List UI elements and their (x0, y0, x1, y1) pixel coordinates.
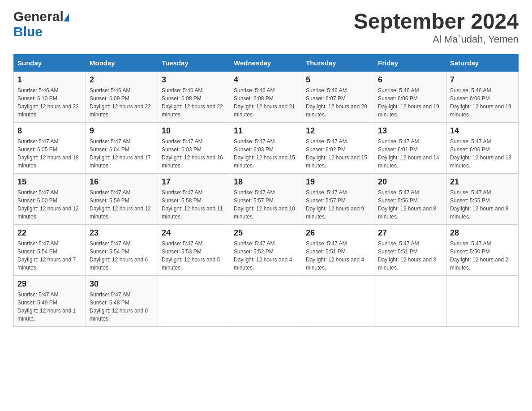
calendar-day-cell: 15Sunrise: 5:47 AMSunset: 6:00 PMDayligh… (14, 174, 86, 225)
calendar-day-cell: 21Sunrise: 5:47 AMSunset: 5:55 PMDayligh… (446, 174, 519, 225)
day-number: 12 (306, 126, 370, 136)
day-number: 19 (306, 177, 370, 187)
day-number: 11 (234, 126, 298, 136)
day-number: 7 (450, 75, 515, 85)
day-info: Sunrise: 5:47 AMSunset: 5:54 PMDaylight:… (17, 240, 82, 272)
day-number: 17 (162, 177, 226, 187)
calendar-title: September 2024 (354, 9, 519, 34)
day-number: 3 (162, 75, 226, 85)
day-number: 20 (378, 177, 442, 187)
day-info: Sunrise: 5:47 AMSunset: 5:48 PMDaylight:… (90, 291, 154, 323)
day-number: 10 (162, 126, 226, 136)
day-number: 28 (450, 228, 515, 238)
day-of-week-header: Wednesday (230, 55, 302, 72)
calendar-table: SundayMondayTuesdayWednesdayThursdayFrid… (13, 54, 519, 327)
calendar-day-cell: 9Sunrise: 5:47 AMSunset: 6:04 PMDaylight… (86, 123, 158, 174)
day-number: 9 (90, 126, 154, 136)
logo-general-text: General (13, 9, 64, 24)
day-info: Sunrise: 5:47 AMSunset: 6:03 PMDaylight:… (234, 137, 298, 170)
calendar-subtitle: Al Ma`udah, Yemen (354, 34, 519, 45)
day-info: Sunrise: 5:47 AMSunset: 5:59 PMDaylight:… (90, 188, 154, 221)
calendar-day-cell: 23Sunrise: 5:47 AMSunset: 5:54 PMDayligh… (86, 225, 158, 276)
calendar-week-row: 15Sunrise: 5:47 AMSunset: 6:00 PMDayligh… (14, 174, 519, 225)
day-info: Sunrise: 5:46 AMSunset: 6:07 PMDaylight:… (306, 86, 370, 119)
day-info: Sunrise: 5:47 AMSunset: 6:02 PMDaylight:… (306, 137, 370, 170)
title-section: September 2024 Al Ma`udah, Yemen (354, 9, 519, 45)
calendar-day-cell: 29Sunrise: 5:47 AMSunset: 5:49 PMDayligh… (14, 276, 86, 327)
calendar-day-cell: 19Sunrise: 5:47 AMSunset: 5:57 PMDayligh… (302, 174, 374, 225)
calendar-day-cell: 4Sunrise: 5:46 AMSunset: 6:08 PMDaylight… (230, 72, 302, 123)
day-info: Sunrise: 5:47 AMSunset: 5:56 PMDaylight:… (378, 188, 442, 221)
calendar-day-cell: 22Sunrise: 5:47 AMSunset: 5:54 PMDayligh… (14, 225, 86, 276)
day-info: Sunrise: 5:47 AMSunset: 5:50 PMDaylight:… (450, 240, 515, 272)
day-info: Sunrise: 5:46 AMSunset: 6:06 PMDaylight:… (450, 86, 515, 119)
day-number: 14 (450, 126, 515, 136)
calendar-day-cell: 14Sunrise: 5:47 AMSunset: 6:00 PMDayligh… (446, 123, 519, 174)
calendar-week-row: 29Sunrise: 5:47 AMSunset: 5:49 PMDayligh… (14, 276, 519, 327)
calendar-week-row: 8Sunrise: 5:47 AMSunset: 6:05 PMDaylight… (14, 123, 519, 174)
page-header: General Blue September 2024 Al Ma`udah, … (13, 9, 519, 45)
day-number: 21 (450, 177, 515, 187)
calendar-week-row: 22Sunrise: 5:47 AMSunset: 5:54 PMDayligh… (14, 225, 519, 276)
calendar-day-cell: 6Sunrise: 5:46 AMSunset: 6:06 PMDaylight… (374, 72, 446, 123)
day-number: 4 (234, 75, 298, 85)
day-info: Sunrise: 5:47 AMSunset: 5:51 PMDaylight:… (378, 240, 442, 272)
day-of-week-header: Thursday (302, 55, 374, 72)
day-number: 22 (17, 228, 82, 238)
day-info: Sunrise: 5:47 AMSunset: 6:00 PMDaylight:… (17, 188, 82, 221)
calendar-day-cell (302, 276, 374, 327)
day-number: 30 (90, 279, 154, 289)
calendar-day-cell: 11Sunrise: 5:47 AMSunset: 6:03 PMDayligh… (230, 123, 302, 174)
day-of-week-header: Tuesday (158, 55, 230, 72)
calendar-day-cell: 17Sunrise: 5:47 AMSunset: 5:58 PMDayligh… (158, 174, 230, 225)
day-info: Sunrise: 5:47 AMSunset: 6:04 PMDaylight:… (90, 137, 154, 170)
day-number: 6 (378, 75, 442, 85)
calendar-day-cell: 13Sunrise: 5:47 AMSunset: 6:01 PMDayligh… (374, 123, 446, 174)
day-number: 18 (234, 177, 298, 187)
calendar-day-cell: 20Sunrise: 5:47 AMSunset: 5:56 PMDayligh… (374, 174, 446, 225)
calendar-header-row: SundayMondayTuesdayWednesdayThursdayFrid… (14, 55, 519, 72)
day-info: Sunrise: 5:47 AMSunset: 5:51 PMDaylight:… (306, 240, 370, 272)
day-number: 5 (306, 75, 370, 85)
calendar-day-cell: 12Sunrise: 5:47 AMSunset: 6:02 PMDayligh… (302, 123, 374, 174)
day-info: Sunrise: 5:47 AMSunset: 5:54 PMDaylight:… (90, 240, 154, 272)
calendar-day-cell: 2Sunrise: 5:46 AMSunset: 6:09 PMDaylight… (86, 72, 158, 123)
calendar-day-cell: 26Sunrise: 5:47 AMSunset: 5:51 PMDayligh… (302, 225, 374, 276)
logo-arrow-icon (64, 13, 69, 21)
day-info: Sunrise: 5:46 AMSunset: 6:10 PMDaylight:… (17, 86, 82, 119)
day-info: Sunrise: 5:47 AMSunset: 5:57 PMDaylight:… (306, 188, 370, 221)
day-number: 1 (17, 75, 82, 85)
calendar-day-cell: 7Sunrise: 5:46 AMSunset: 6:06 PMDaylight… (446, 72, 519, 123)
day-info: Sunrise: 5:47 AMSunset: 6:01 PMDaylight:… (378, 137, 442, 170)
calendar-day-cell: 27Sunrise: 5:47 AMSunset: 5:51 PMDayligh… (374, 225, 446, 276)
day-info: Sunrise: 5:47 AMSunset: 5:53 PMDaylight:… (162, 240, 226, 272)
day-number: 27 (378, 228, 442, 238)
day-info: Sunrise: 5:47 AMSunset: 5:57 PMDaylight:… (234, 188, 298, 221)
day-number: 29 (17, 279, 82, 289)
day-number: 2 (90, 75, 154, 85)
calendar-day-cell (374, 276, 446, 327)
logo: General Blue (13, 9, 69, 39)
day-info: Sunrise: 5:47 AMSunset: 6:03 PMDaylight:… (162, 137, 226, 170)
day-info: Sunrise: 5:47 AMSunset: 6:00 PMDaylight:… (450, 137, 515, 170)
day-of-week-header: Sunday (14, 55, 86, 72)
day-number: 8 (17, 126, 82, 136)
day-info: Sunrise: 5:47 AMSunset: 5:55 PMDaylight:… (450, 188, 515, 221)
calendar-day-cell: 10Sunrise: 5:47 AMSunset: 6:03 PMDayligh… (158, 123, 230, 174)
day-info: Sunrise: 5:47 AMSunset: 5:49 PMDaylight:… (17, 291, 82, 323)
day-number: 16 (90, 177, 154, 187)
day-info: Sunrise: 5:47 AMSunset: 6:05 PMDaylight:… (17, 137, 82, 170)
calendar-day-cell: 25Sunrise: 5:47 AMSunset: 5:52 PMDayligh… (230, 225, 302, 276)
calendar-week-row: 1Sunrise: 5:46 AMSunset: 6:10 PMDaylight… (14, 72, 519, 123)
calendar-day-cell: 24Sunrise: 5:47 AMSunset: 5:53 PMDayligh… (158, 225, 230, 276)
day-info: Sunrise: 5:46 AMSunset: 6:08 PMDaylight:… (162, 86, 226, 119)
calendar-day-cell (158, 276, 230, 327)
day-info: Sunrise: 5:46 AMSunset: 6:09 PMDaylight:… (90, 86, 154, 119)
day-number: 13 (378, 126, 442, 136)
day-of-week-header: Monday (86, 55, 158, 72)
calendar-day-cell: 28Sunrise: 5:47 AMSunset: 5:50 PMDayligh… (446, 225, 519, 276)
calendar-day-cell (446, 276, 519, 327)
day-of-week-header: Friday (374, 55, 446, 72)
day-number: 23 (90, 228, 154, 238)
day-info: Sunrise: 5:47 AMSunset: 5:52 PMDaylight:… (234, 240, 298, 272)
